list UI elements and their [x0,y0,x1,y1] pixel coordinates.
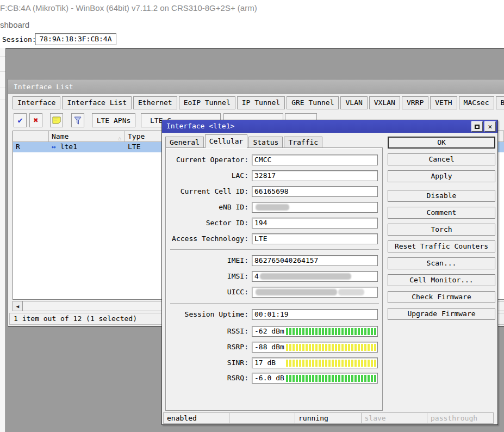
column-name-label: Name [52,132,69,140]
session-bar: Session: 78:9A:18:3F:CB:4A [0,32,504,48]
enb-id-label: eNB ID: [166,202,248,213]
maximize-button[interactable] [471,121,483,132]
current-operator-label: Current Operator: [166,155,248,165]
disable-x-icon: ✖ [33,115,38,125]
tab-veth[interactable]: VETH [430,96,457,109]
filter-button[interactable] [71,113,84,127]
dialog-titlebar[interactable]: Interface <lte1> ✕ [162,120,497,133]
rssi-label: RSSI: [166,326,248,337]
rsrp-field[interactable]: -88 dBm [252,342,378,353]
maximize-icon [475,125,480,129]
sort-ascending-icon: △ [118,133,121,143]
current-operator-field[interactable]: CMCC [252,155,378,165]
tab-ethernet[interactable]: Ethernet [133,96,177,109]
torch-button[interactable]: Torch [388,224,495,236]
tab-gre-tunnel[interactable]: GRE Tunnel [287,96,339,109]
imei-field[interactable]: 862765040264157 [252,255,378,266]
tab-vxlan[interactable]: VXLAN [369,96,400,109]
disable-button[interactable]: Disable [388,190,495,202]
tab-vrrp[interactable]: VRRP [402,96,428,109]
reset-traffic-counters-button[interactable]: Reset Traffic Counters [388,240,495,252]
column-flags[interactable] [13,131,49,142]
session-uptime-field[interactable]: 00:01:19 [252,309,378,320]
imsi-label: IMSI: [166,271,248,282]
enable-button[interactable]: ✔ [14,113,27,127]
sidebar-edge [0,48,5,432]
sector-id-label: Sector ID: [166,218,248,229]
ok-button[interactable]: OK [388,137,495,149]
filter-funnel-icon [73,116,82,125]
tab-macsec[interactable]: MACsec [459,96,494,109]
tab-vlan[interactable]: VLAN [340,96,367,109]
status-slave: slave [362,412,428,424]
rsrq-signal-bar [286,375,376,382]
rsrp-value: -88 dBm [254,342,286,352]
rsrq-field[interactable]: -6.0 dB [252,373,378,384]
redaction-blob [256,204,289,211]
scroll-left-icon[interactable]: ◀ [13,301,23,311]
rssi-field[interactable]: -62 dBm [252,326,378,337]
dialog-tabs: General Cellular Status Traffic [165,134,322,148]
row-name-label: lte1 [60,143,77,151]
tab-general[interactable]: General [165,137,204,148]
tab-traffic[interactable]: Traffic [284,137,322,148]
rsrq-value: -6.0 dB [254,373,286,383]
sector-id-field[interactable]: 194 [252,218,378,229]
cell-monitor-button[interactable]: Cell Monitor... [388,274,495,286]
lac-label: LAC: [166,170,248,181]
tab-ip-tunnel[interactable]: IP Tunnel [237,96,285,109]
sinr-value: 17 dB [254,358,286,368]
sinr-label: SINR: [166,357,248,368]
cancel-button[interactable]: Cancel [388,153,495,165]
uicc-field[interactable] [252,287,378,298]
lte-apns-button[interactable]: LTE APNs [92,113,135,127]
rsrp-signal-bar [286,344,376,351]
comment-button[interactable] [50,113,63,127]
status-passthrough: passthrough [427,412,494,424]
cellular-panel: Current Operator: CMCC LAC: 32817 Curren… [165,147,383,411]
upgrade-firmware-button[interactable]: Upgrade Firmware [388,308,495,320]
enable-check-icon: ✔ [17,115,22,125]
tab-interface-list[interactable]: Interface List [62,96,132,109]
tab-cellular[interactable]: Cellular [205,134,248,148]
imsi-field[interactable]: 4 [252,271,378,282]
sinr-signal-bar [286,360,376,367]
session-uptime-label: Session Uptime: [166,309,248,320]
interface-list-tabs: Interface Interface List Ethernet EoIP T… [13,96,504,110]
tab-interface[interactable]: Interface [13,96,60,109]
current-cell-id-field[interactable]: 66165698 [252,186,378,197]
rssi-value: -62 dBm [254,326,286,336]
access-technology-field[interactable]: LTE [252,233,378,244]
tab-eoip-tunnel[interactable]: EoIP Tunnel [179,96,235,109]
separator [170,249,379,250]
dialog-title: Interface <lte1> [166,122,234,130]
disable-button[interactable]: ✖ [29,113,42,127]
rsrp-label: RSRP: [166,342,248,353]
separator [170,303,379,304]
uicc-label: UICC: [166,287,248,298]
session-label: Session: [2,35,36,44]
rssi-signal-bar [286,328,376,335]
session-value-field[interactable]: 78:9A:18:3F:CB:4A [35,33,116,45]
tab-status[interactable]: Status [248,137,283,148]
dashboard-nav-partial[interactable]: shboard [0,20,29,29]
interface-arrows-icon: ↔ [52,143,56,151]
enb-id-field[interactable] [252,202,378,213]
redaction-blob [256,289,337,295]
current-cell-id-label: Current Cell ID: [166,186,248,197]
apply-button[interactable]: Apply [388,170,495,182]
interface-list-titlebar[interactable]: Interface List [8,79,504,94]
close-button[interactable]: ✕ [484,121,496,132]
status-empty [229,412,296,424]
comment-button[interactable]: Comment [388,207,495,219]
tab-bonding[interactable]: Bonding [496,96,504,109]
scan-button[interactable]: Scan... [388,257,495,269]
lac-field[interactable]: 32817 [252,170,378,181]
sinr-field[interactable]: 17 dB [252,357,378,368]
status-running: running [295,412,362,424]
check-firmware-button[interactable]: Check Firmware [388,291,495,303]
row-name: ↔ lte1 [49,142,125,152]
rsrq-label: RSRQ: [166,373,248,384]
close-icon: ✕ [488,121,493,133]
column-name[interactable]: Name △ [49,131,125,142]
